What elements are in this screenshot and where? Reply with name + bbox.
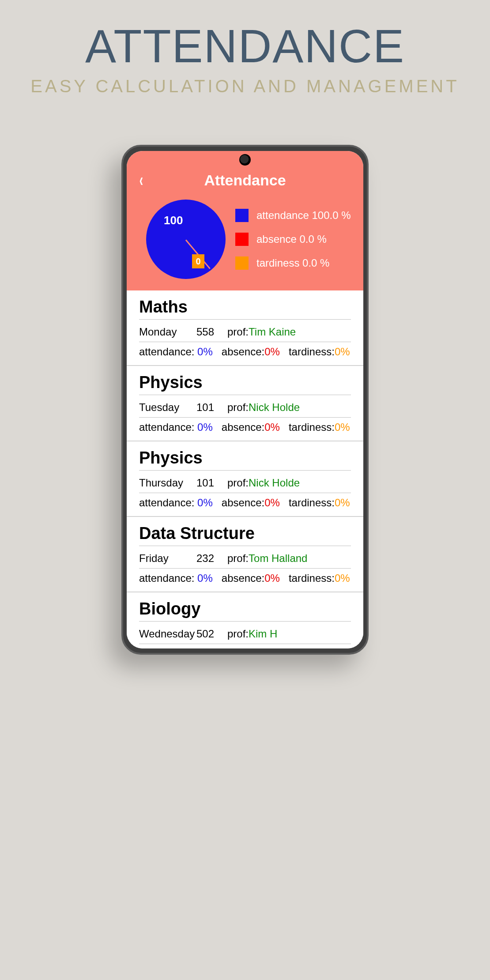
absence-stat: absence:0% <box>222 421 280 433</box>
course-card[interactable]: MathsMonday558prof:Tim Kaineattendance: … <box>127 290 363 366</box>
course-day: Tuesday <box>139 401 196 414</box>
prof-label: prof: <box>227 552 249 565</box>
tardiness-stat: tardiness:0% <box>289 572 350 584</box>
course-info-row: Friday232prof:Tom Halland <box>139 549 351 569</box>
legend-tardiness-label: tardiness 0.0 % <box>256 257 329 269</box>
prof-label: prof: <box>227 401 249 414</box>
course-card[interactable]: PhysicsThursday101prof:Nick Holdeattenda… <box>127 441 363 517</box>
course-day: Friday <box>139 552 196 565</box>
course-list: MathsMonday558prof:Tim Kaineattendance: … <box>127 290 363 648</box>
absence-stat: absence:0% <box>222 497 280 509</box>
absence-stat: absence:0% <box>222 346 280 358</box>
pie-label-attendance: 100 <box>164 214 183 227</box>
swatch-attendance-icon <box>235 209 249 222</box>
course-subject: Physics <box>139 373 351 395</box>
pie-label-tardiness: 0 <box>192 254 204 268</box>
course-room: 101 <box>196 477 227 489</box>
course-day: Thursday <box>139 477 196 489</box>
legend-absence: absence 0.0 % <box>235 233 351 246</box>
course-info-row: Tuesday101prof:Nick Holde <box>139 398 351 418</box>
course-subject: Physics <box>139 449 351 471</box>
legend-attendance-label: attendance 100.0 % <box>256 209 351 222</box>
course-room: 502 <box>196 628 227 640</box>
course-subject: Data Structure <box>139 524 351 546</box>
phone-frame: ‹ Attendance 100 0 attendance 100.0 % <box>121 145 369 655</box>
swatch-absence-icon <box>235 233 249 246</box>
promo-subtitle: EASY CALCULATION AND MANAGEMENT <box>30 76 459 96</box>
course-stats-row: attendance: 0%absence:0%tardiness:0% <box>139 493 351 511</box>
course-stats-row: attendance: 0%absence:0%tardiness:0% <box>139 342 351 360</box>
back-button[interactable]: ‹ <box>139 170 143 191</box>
prof-name: Tom Halland <box>249 552 307 565</box>
attendance-chart: 100 0 attendance 100.0 % absence 0.0 % <box>134 200 356 279</box>
prof-label: prof: <box>227 477 249 489</box>
course-info-row: Monday558prof:Tim Kaine <box>139 322 351 342</box>
course-info-row: Thursday101prof:Nick Holde <box>139 473 351 493</box>
chart-legend: attendance 100.0 % absence 0.0 % tardine… <box>235 209 351 270</box>
course-day: Wednesday <box>139 628 196 640</box>
course-stats-row: attendance: 0%absence:0%tardiness:0% <box>139 418 351 435</box>
legend-absence-label: absence 0.0 % <box>256 233 327 245</box>
tardiness-stat: tardiness:0% <box>289 497 350 509</box>
course-room: 558 <box>196 326 227 338</box>
course-subject: Biology <box>139 599 351 622</box>
absence-stat: absence:0% <box>222 572 280 584</box>
swatch-tardiness-icon <box>235 256 249 270</box>
prof-label: prof: <box>227 326 249 338</box>
pie-chart: 100 0 <box>146 200 226 279</box>
attendance-stat: attendance: 0% <box>139 497 213 509</box>
course-day: Monday <box>139 326 196 338</box>
course-card[interactable]: Data StructureFriday232prof:Tom Hallanda… <box>127 517 363 592</box>
prof-name: Nick Holde <box>249 477 300 489</box>
course-room: 101 <box>196 401 227 414</box>
prof-name: Kim H <box>249 628 277 640</box>
prof-name: Nick Holde <box>249 401 300 414</box>
attendance-stat: attendance: 0% <box>139 572 213 584</box>
course-room: 232 <box>196 552 227 565</box>
prof-name: Tim Kaine <box>249 326 296 338</box>
course-card[interactable]: PhysicsTuesday101prof:Nick Holdeattendan… <box>127 366 363 441</box>
promo-title: ATTENDANCE <box>85 20 405 73</box>
prof-label: prof: <box>227 628 249 640</box>
attendance-stat: attendance: 0% <box>139 346 213 358</box>
legend-attendance: attendance 100.0 % <box>235 209 351 222</box>
legend-tardiness: tardiness 0.0 % <box>235 256 351 270</box>
camera-notch <box>239 154 251 166</box>
course-subject: Maths <box>139 298 351 320</box>
page-title: Attendance <box>204 172 286 189</box>
course-stats-row: attendance: 0%absence:0%tardiness:0% <box>139 644 351 648</box>
attendance-stat: attendance: 0% <box>139 648 213 648</box>
attendance-stat: attendance: 0% <box>139 421 213 433</box>
tardiness-stat: tardiness:0% <box>289 346 350 358</box>
course-stats-row: attendance: 0%absence:0%tardiness:0% <box>139 569 351 586</box>
course-info-row: Wednesday502prof:Kim H <box>139 624 351 644</box>
tardiness-stat: tardiness:0% <box>289 648 350 648</box>
course-card[interactable]: BiologyWednesday502prof:Kim Hattendance:… <box>127 592 363 648</box>
tardiness-stat: tardiness:0% <box>289 421 350 433</box>
header: ‹ Attendance 100 0 attendance 100.0 % <box>127 151 363 290</box>
absence-stat: absence:0% <box>222 648 280 648</box>
